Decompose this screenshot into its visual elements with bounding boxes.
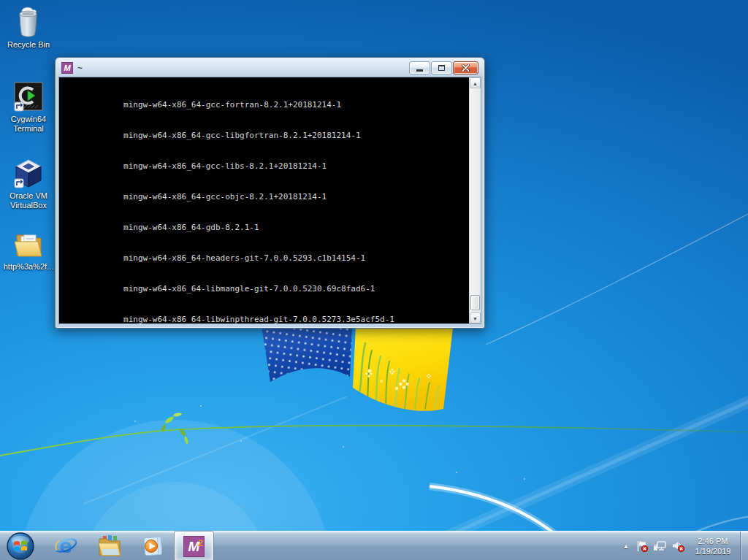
cygwin-terminal-icon [12, 80, 45, 114]
close-button[interactable] [453, 61, 478, 74]
terminal-line: mingw-w64-x86_64-gcc-fortran-8.2.1+20181… [61, 100, 469, 110]
recycle-bin-icon [12, 4, 45, 39]
internet-explorer-icon: e [53, 534, 78, 558]
close-icon [462, 64, 470, 72]
desktop-icon-virtualbox[interactable]: Oracle VM VirtualBox [0, 156, 57, 210]
clock-time: 2:46 PM [687, 536, 739, 546]
taskbar-item-internet-explorer[interactable]: e [47, 532, 85, 560]
tray-expand-button[interactable]: ▲ [619, 543, 633, 550]
speaker-muted-icon [671, 540, 685, 553]
desktop-icon-label: http%3a%2f... [0, 262, 57, 272]
terminal-line: mingw-w64-x86_64-headers-git-7.0.0.5293.… [61, 253, 469, 264]
taskbar-item-windows-explorer[interactable] [91, 532, 129, 560]
terminal-line: mingw-w64-x86_64-gdb-8.2.1-1 [61, 223, 469, 233]
maximize-button[interactable] [431, 61, 452, 74]
taskbar-clock[interactable]: 2:46 PM 1/19/2019 [687, 536, 740, 556]
shortcut-arrow-icon [15, 102, 23, 111]
terminal-window[interactable]: M ~ mingw-w64-x86_64-gcc-fortran-8.2.1+2… [55, 57, 485, 329]
taskbar-item-msys2-terminal-active[interactable]: M2 [175, 532, 213, 560]
terminal-line: mingw-w64-x86_64-gcc-objc-8.2.1+20181214… [61, 192, 469, 202]
window-title: ~ [77, 63, 83, 73]
desktop-icon-label: Recycle Bin [0, 40, 57, 50]
terminal-line: mingw-w64-x86_64-libwinpthread-git-7.0.0… [61, 315, 469, 323]
maximize-icon [438, 65, 445, 71]
action-center-button[interactable] [633, 532, 651, 560]
volume-button[interactable] [669, 532, 687, 560]
minimize-icon [416, 69, 423, 72]
desktop-icon-cygwin64-terminal[interactable]: Cygwin64 Terminal [0, 80, 57, 134]
desktop-icon-recycle-bin[interactable]: Recycle Bin [0, 4, 57, 50]
window-titlebar[interactable]: M ~ [56, 58, 484, 77]
taskbar: e [0, 531, 748, 560]
start-button[interactable] [1, 532, 39, 560]
windows-start-icon [7, 532, 34, 560]
shortcut-arrow-icon [15, 179, 23, 188]
minimize-button[interactable] [409, 61, 430, 74]
desktop-icon-label: Oracle VM [0, 191, 57, 201]
desktop-icon-label: Terminal [0, 124, 57, 134]
desktop-icon-label: VirtualBox [0, 201, 57, 210]
system-tray: ▲ [619, 532, 748, 560]
scrollbar-thumb[interactable] [470, 295, 480, 310]
scroll-up-button[interactable]: ▲ [470, 77, 481, 88]
folder-icon [12, 228, 45, 261]
terminal-output[interactable]: mingw-w64-x86_64-gcc-fortran-8.2.1+20181… [59, 77, 469, 323]
action-center-flag-icon [636, 540, 649, 553]
msys2-icon: M2 [183, 536, 205, 557]
desktop-icon-label: Cygwin64 [0, 115, 57, 124]
terminal-line: mingw-w64-x86_64-gcc-libgfortran-8.2.1+2… [61, 131, 469, 141]
network-icon [653, 540, 667, 553]
show-desktop-button[interactable] [740, 532, 748, 560]
msys2-window-icon: M [61, 62, 73, 74]
terminal-line: mingw-w64-x86_64-libmangle-git-7.0.0.523… [61, 284, 469, 294]
media-player-icon [141, 534, 166, 558]
scroll-down-button[interactable]: ▼ [470, 312, 481, 323]
desktop[interactable]: Recycle Bin Cygwin64 Terminal [0, 0, 748, 560]
clock-date: 1/19/2019 [687, 546, 739, 556]
desktop-icon-http-folder[interactable]: http%3a%2f... [0, 228, 57, 272]
network-status-button[interactable] [651, 532, 669, 560]
terminal-line: mingw-w64-x86_64-gcc-libs-8.2.1+20181214… [61, 161, 469, 172]
virtualbox-icon [12, 156, 45, 191]
taskbar-item-media-player[interactable] [134, 532, 172, 560]
scrollbar[interactable]: ▲ ▼ [469, 77, 481, 323]
windows-explorer-icon [97, 534, 122, 558]
